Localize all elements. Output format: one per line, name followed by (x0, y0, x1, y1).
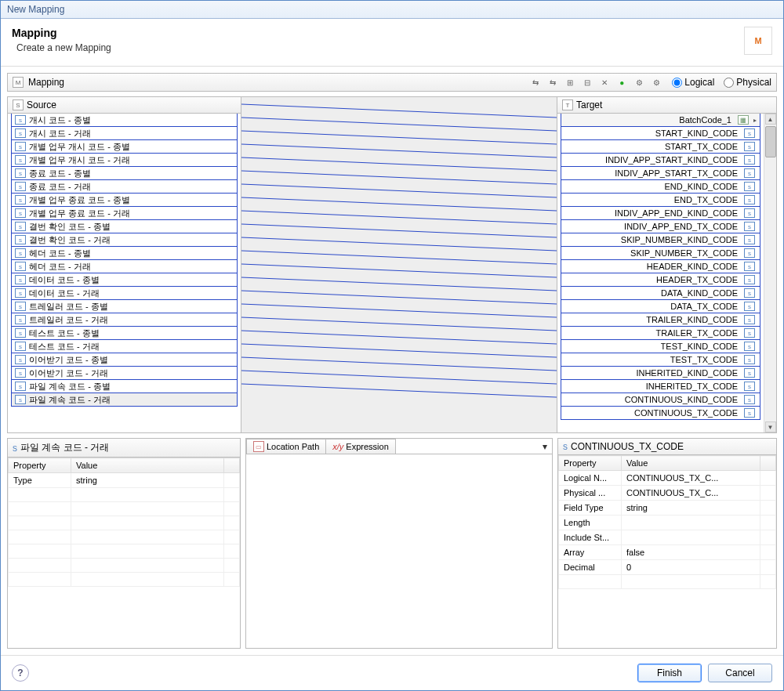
toolbar-action-5-icon[interactable]: ✕ (598, 76, 611, 89)
table-row[interactable]: Field Typestring (559, 501, 776, 516)
target-item-label: CONTINUOUS_TX_CODE (634, 408, 738, 418)
col-value[interactable]: Value (71, 458, 224, 473)
target-item[interactable]: TEST_TX_CODEs (561, 353, 760, 367)
table-row[interactable]: Decimal0 (559, 560, 776, 575)
scroll-up-icon[interactable]: ▲ (765, 114, 776, 125)
target-item[interactable]: INDIV_APP_START_TX_CODEs (561, 166, 760, 180)
target-item[interactable]: INDIV_APP_START_KIND_CODEs (561, 153, 760, 167)
source-item[interactable]: s테스트 코드 - 종별 (11, 326, 238, 340)
target-item[interactable]: CONTINUOUS_TX_CODEs (561, 406, 760, 420)
source-item[interactable]: s이어받기 코드 - 종별 (11, 353, 238, 367)
target-item-label: TRAILER_KIND_CODE (646, 315, 738, 324)
string-badge-icon: s (15, 368, 26, 378)
target-item[interactable]: HEADER_KIND_CODEs (561, 259, 760, 273)
scroll-thumb[interactable] (765, 126, 776, 157)
source-item-label: 개별 업무 개시 코드 - 거래 (29, 154, 130, 166)
svg-line-20 (241, 371, 557, 384)
toolbar-action-7-icon[interactable]: ⚙ (633, 76, 645, 89)
target-item[interactable]: SKIP_NUMBER_TX_CODEs (561, 246, 760, 260)
string-badge-icon: s (15, 395, 26, 404)
toolbar-action-1-icon[interactable]: ⇆ (529, 76, 542, 89)
view-logical-radio[interactable]: Logical (672, 77, 714, 88)
target-item[interactable]: INHERITED_KIND_CODEs (561, 366, 760, 380)
svg-line-18 (241, 344, 557, 357)
source-item[interactable]: s개별 업무 종료 코드 - 종별 (11, 193, 238, 207)
source-item[interactable]: s헤더 코드 - 거래 (11, 259, 238, 273)
cancel-button[interactable]: Cancel (708, 664, 772, 682)
source-item[interactable]: s개시 코드 - 거래 (11, 126, 238, 140)
col-property[interactable]: Property (559, 456, 622, 471)
source-item[interactable]: s종료 코드 - 종별 (11, 166, 238, 180)
svg-line-11 (241, 251, 557, 264)
target-header-item[interactable]: BatchCode_1▦▸ (561, 114, 760, 127)
target-column: T Target BatchCode_1▦▸START_KIND_CODEsST… (557, 97, 776, 432)
table-row[interactable]: Physical ...CONTINUOUS_TX_C... (559, 486, 776, 501)
toolbar-action-4-icon[interactable]: ⊟ (581, 76, 593, 89)
source-list[interactable]: s개시 코드 - 종별s개시 코드 - 거래s개별 업무 개시 코드 - 종별s… (8, 114, 241, 407)
source-item[interactable]: s헤더 코드 - 종별 (11, 246, 238, 260)
target-item[interactable]: INHERITED_TX_CODEs (561, 379, 760, 393)
source-item[interactable]: s이어받기 코드 - 거래 (11, 366, 238, 380)
expression-dropdown-icon[interactable]: ▾ (538, 440, 552, 454)
source-item[interactable]: s데이터 코드 - 거래 (11, 286, 238, 300)
source-item[interactable]: s트레일러 코드 - 거래 (11, 313, 238, 327)
help-icon[interactable]: ? (12, 664, 29, 682)
source-item[interactable]: s개별 업무 개시 코드 - 종별 (11, 139, 238, 154)
target-item[interactable]: START_KIND_CODEs (561, 126, 760, 140)
expression-body[interactable] (246, 454, 552, 648)
target-item[interactable]: TRAILER_KIND_CODEs (561, 313, 760, 327)
target-item[interactable]: CONTINUOUS_KIND_CODEs (561, 393, 760, 407)
property-cell: Physical ... (559, 486, 622, 501)
target-item[interactable]: INDIV_APP_END_TX_CODEs (561, 219, 760, 233)
tab-expression[interactable]: x/y Expression (325, 439, 395, 454)
toolbar-action-6-icon[interactable]: ● (615, 76, 628, 89)
source-item[interactable]: s파일 계속 코드 - 종별 (11, 379, 238, 393)
string-badge-icon: s (15, 355, 26, 364)
source-item[interactable]: s결번 확인 코드 - 종별 (11, 219, 238, 233)
source-item-label: 이어받기 코드 - 거래 (29, 367, 108, 379)
scroll-down-icon[interactable]: ▼ (765, 421, 776, 432)
target-item[interactable]: END_KIND_CODEs (561, 179, 760, 194)
source-item[interactable]: s파일 계속 코드 - 거래 (11, 393, 238, 407)
table-row[interactable]: Typestring (9, 473, 240, 488)
view-physical-radio[interactable]: Physical (724, 77, 771, 88)
target-item[interactable]: TRAILER_TX_CODEs (561, 326, 760, 340)
target-item[interactable]: DATA_TX_CODEs (561, 299, 760, 313)
target-scrollbar[interactable]: ▲ ▼ (764, 114, 776, 432)
finish-button[interactable]: Finish (637, 664, 702, 682)
tab-location-path[interactable]: ▭ Location Path (246, 439, 326, 454)
target-item[interactable]: HEADER_TX_CODEs (561, 273, 760, 287)
toolbar-action-8-icon[interactable]: ⚙ (650, 76, 662, 89)
table-row[interactable]: Include St... (559, 530, 776, 545)
col-value[interactable]: Value (622, 456, 760, 471)
target-item-label: DATA_KIND_CODE (661, 288, 738, 298)
source-item-label: 데이터 코드 - 종별 (29, 274, 100, 286)
source-item[interactable]: s결번 확인 코드 - 거래 (11, 233, 238, 247)
source-item[interactable]: s개별 업무 종료 코드 - 거래 (11, 206, 238, 220)
source-item[interactable]: s개별 업무 개시 코드 - 거래 (11, 153, 238, 167)
target-item[interactable]: DATA_KIND_CODEs (561, 286, 760, 300)
string-badge-icon: s (744, 235, 755, 244)
string-badge-icon: s (744, 368, 755, 378)
source-item[interactable]: s트레일러 코드 - 종별 (11, 299, 238, 313)
source-item[interactable]: s종료 코드 - 거래 (11, 179, 238, 194)
target-item[interactable]: TEST_KIND_CODEs (561, 339, 760, 353)
toolbar-action-3-icon[interactable]: ⊞ (564, 76, 576, 89)
table-row[interactable]: Arrayfalse (559, 545, 776, 560)
string-badge-icon: s (15, 328, 26, 338)
target-item[interactable]: SKIP_NUMBER_KIND_CODEs (561, 233, 760, 247)
source-item[interactable]: s테스트 코드 - 거래 (11, 339, 238, 353)
table-row[interactable]: Length (559, 516, 776, 530)
target-item[interactable]: END_TX_CODEs (561, 193, 760, 207)
svg-line-4 (241, 157, 557, 171)
toolbar-action-2-icon[interactable]: ⇆ (546, 76, 559, 89)
svg-line-7 (241, 197, 557, 211)
source-item[interactable]: s개시 코드 - 종별 (11, 114, 238, 127)
source-item-label: 헤더 코드 - 거래 (29, 261, 91, 273)
target-item[interactable]: INDIV_APP_END_KIND_CODEs (561, 206, 760, 220)
source-item[interactable]: s데이터 코드 - 종별 (11, 273, 238, 287)
col-property[interactable]: Property (9, 458, 71, 473)
table-row[interactable]: Logical N...CONTINUOUS_TX_C... (559, 471, 776, 486)
target-list[interactable]: BatchCode_1▦▸START_KIND_CODEsSTART_TX_CO… (557, 114, 764, 420)
target-item[interactable]: START_TX_CODEs (561, 139, 760, 154)
